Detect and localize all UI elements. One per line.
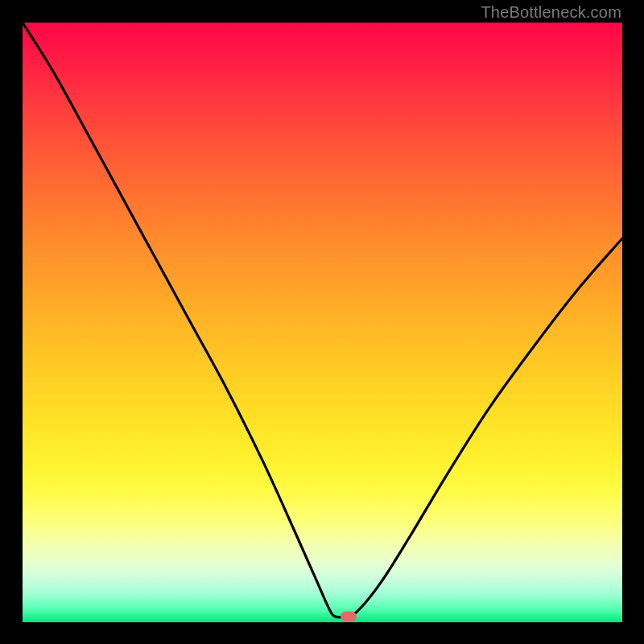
watermark-text: TheBottleneck.com	[481, 3, 621, 22]
plot-area	[23, 23, 622, 622]
curve-path	[23, 23, 622, 617]
bottleneck-curve	[23, 23, 622, 622]
chart-stage: TheBottleneck.com	[0, 0, 644, 644]
min-bottleneck-marker	[341, 612, 357, 622]
